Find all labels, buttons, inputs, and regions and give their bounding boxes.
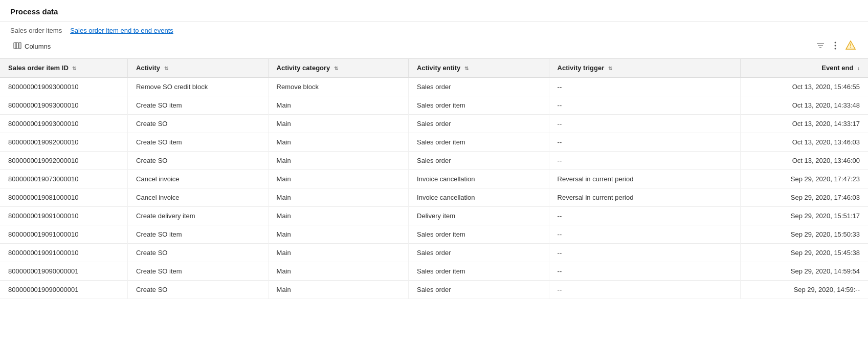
- data-table: Sales order item ID ⇅ Activity ⇅ Activit…: [0, 59, 868, 299]
- cell-category: Main: [268, 281, 409, 299]
- cell-id: 8000000019090000001: [0, 262, 128, 281]
- cell-trigger: --: [549, 152, 740, 170]
- cell-entity: Sales order item: [409, 262, 549, 281]
- cell-trigger: --: [549, 244, 740, 262]
- breadcrumb: Sales order items Sales order item end t…: [0, 22, 868, 34]
- table-row: 8000000019091000010 Create SO Main Sales…: [0, 244, 868, 262]
- cell-event-end: Oct 13, 2020, 13:46:00: [740, 152, 868, 170]
- col-header-event-end[interactable]: Event end ↓: [740, 59, 868, 77]
- table-row: 8000000019081000010 Cancel invoice Main …: [0, 188, 868, 207]
- col-header-category[interactable]: Activity category ⇅: [268, 59, 409, 77]
- cell-entity: Sales order: [409, 281, 549, 299]
- table-row: 8000000019090000001 Create SO Main Sales…: [0, 281, 868, 299]
- cell-trigger: --: [549, 115, 740, 133]
- cell-event-end: Sep 29, 2020, 17:47:23: [740, 170, 868, 188]
- col-header-activity[interactable]: Activity ⇅: [128, 59, 269, 77]
- columns-label: Columns: [25, 43, 51, 50]
- cell-category: Remove block: [268, 77, 409, 96]
- cell-activity: Create SO item: [128, 262, 269, 281]
- toolbar-actions: !: [814, 39, 858, 53]
- breadcrumb-current[interactable]: Sales order item end to end events: [70, 27, 173, 34]
- cell-category: Main: [268, 115, 409, 133]
- cell-trigger: --: [549, 262, 740, 281]
- cell-trigger: --: [549, 225, 740, 244]
- table-body: 8000000019093000010 Remove SO credit blo…: [0, 77, 868, 299]
- sort-icon-entity: ⇅: [464, 66, 469, 71]
- cell-activity: Create SO item: [128, 225, 269, 244]
- cell-activity: Cancel invoice: [128, 170, 269, 188]
- cell-id: 8000000019092000010: [0, 152, 128, 170]
- table-row: 8000000019093000010 Remove SO credit blo…: [0, 77, 868, 96]
- cell-category: Main: [268, 170, 409, 188]
- toolbar: Columns !: [0, 34, 868, 58]
- col-header-trigger[interactable]: Activity trigger ⇅: [549, 59, 740, 77]
- sort-icon-category: ⇅: [334, 66, 338, 71]
- page-title: Process data: [10, 7, 58, 16]
- table-row: 8000000019092000010 Create SO item Main …: [0, 133, 868, 152]
- cell-entity: Invoice cancellation: [409, 188, 549, 207]
- table-row: 8000000019073000010 Cancel invoice Main …: [0, 170, 868, 188]
- columns-icon: [13, 41, 21, 51]
- cell-event-end: Sep 29, 2020, 14:59:54: [740, 262, 868, 281]
- cell-entity: Sales order: [409, 115, 549, 133]
- cell-trigger: --: [549, 207, 740, 225]
- cell-category: Main: [268, 133, 409, 152]
- cell-id: 8000000019081000010: [0, 188, 128, 207]
- cell-entity: Sales order: [409, 244, 549, 262]
- cell-entity: Sales order item: [409, 225, 549, 244]
- cell-id: 8000000019092000010: [0, 133, 128, 152]
- cell-entity: Delivery item: [409, 207, 549, 225]
- cell-activity: Create SO item: [128, 133, 269, 152]
- cell-id: 8000000019091000010: [0, 225, 128, 244]
- cell-event-end: Oct 13, 2020, 15:46:55: [740, 77, 868, 96]
- cell-activity: Remove SO credit block: [128, 77, 269, 96]
- page-header: Process data Sales order items Sales ord…: [0, 0, 868, 34]
- cell-activity: Create SO: [128, 152, 269, 170]
- cell-event-end: Oct 13, 2020, 13:46:03: [740, 133, 868, 152]
- cell-activity: Create SO: [128, 244, 269, 262]
- cell-id: 8000000019091000010: [0, 244, 128, 262]
- table-row: 8000000019093000010 Create SO Main Sales…: [0, 115, 868, 133]
- cell-category: Main: [268, 207, 409, 225]
- more-button[interactable]: [832, 40, 838, 53]
- cell-trigger: Reversal in current period: [549, 188, 740, 207]
- cell-activity: Cancel invoice: [128, 188, 269, 207]
- cell-id: 8000000019091000010: [0, 207, 128, 225]
- svg-point-6: [835, 41, 836, 43]
- table-row: 8000000019091000010 Create SO item Main …: [0, 225, 868, 244]
- cell-entity: Sales order: [409, 152, 549, 170]
- svg-text:!: !: [850, 43, 851, 49]
- filter-button[interactable]: [814, 40, 827, 53]
- cell-category: Main: [268, 188, 409, 207]
- cell-trigger: Reversal in current period: [549, 170, 740, 188]
- cell-activity: Create SO: [128, 281, 269, 299]
- cell-event-end: Oct 13, 2020, 14:33:48: [740, 96, 868, 115]
- svg-rect-2: [19, 43, 21, 49]
- sort-icon-event-end: ↓: [857, 66, 860, 71]
- table-row: 8000000019091000010 Create delivery item…: [0, 207, 868, 225]
- svg-point-7: [835, 45, 836, 46]
- cell-event-end: Sep 29, 2020, 14:59:--: [740, 281, 868, 299]
- cell-activity: Create SO: [128, 115, 269, 133]
- sort-icon-activity: ⇅: [164, 66, 168, 71]
- warning-button[interactable]: !: [843, 39, 858, 53]
- cell-entity: Sales order item: [409, 96, 549, 115]
- cell-trigger: --: [549, 96, 740, 115]
- cell-event-end: Sep 29, 2020, 17:46:03: [740, 188, 868, 207]
- cell-trigger: --: [549, 281, 740, 299]
- columns-button[interactable]: Columns: [10, 39, 54, 53]
- cell-event-end: Oct 13, 2020, 14:33:17: [740, 115, 868, 133]
- col-header-entity[interactable]: Activity entity ⇅: [409, 59, 549, 77]
- cell-event-end: Sep 29, 2020, 15:51:17: [740, 207, 868, 225]
- cell-id: 8000000019073000010: [0, 170, 128, 188]
- sort-icon-id: ⇅: [72, 66, 76, 71]
- svg-rect-1: [16, 43, 18, 49]
- cell-category: Main: [268, 96, 409, 115]
- cell-category: Main: [268, 244, 409, 262]
- cell-category: Main: [268, 262, 409, 281]
- cell-activity: Create SO item: [128, 96, 269, 115]
- col-header-id[interactable]: Sales order item ID ⇅: [0, 59, 128, 77]
- cell-entity: Invoice cancellation: [409, 170, 549, 188]
- svg-point-8: [835, 48, 836, 49]
- table-row: 8000000019090000001 Create SO item Main …: [0, 262, 868, 281]
